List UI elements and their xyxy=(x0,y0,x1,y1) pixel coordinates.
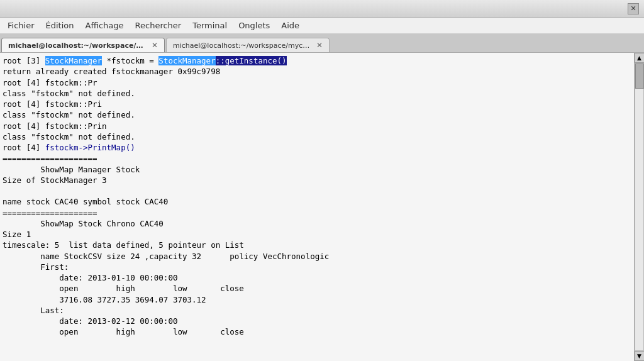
tab-2-label: michael@localhost:~/workspace/mycstock-c… xyxy=(173,42,313,50)
line-4: class "fstockm" not defined. xyxy=(3,89,135,98)
line-12: Size of StockManager 3 xyxy=(3,175,107,185)
line-1: root [3] StockManager *fstockm = StockMa… xyxy=(3,56,287,65)
line-21: open high low close xyxy=(3,284,244,293)
line-11: ShowMap Manager Stock xyxy=(3,165,140,174)
menu-affichage[interactable]: Affichage xyxy=(80,19,128,31)
tab-1-close[interactable]: ✕ xyxy=(152,41,158,50)
highlight-printmap: fstockm->PrintMap() xyxy=(45,143,135,152)
tab-1[interactable]: michael@localhost:~/workspace/mycstock-c… xyxy=(1,38,165,52)
menu-rechercher[interactable]: Rechercher xyxy=(130,19,187,31)
scrollbar[interactable]: ▲ ▼ xyxy=(634,53,644,361)
line-17: timescale: 5 list data defined, 5 pointe… xyxy=(3,240,244,250)
highlight-stockmanager-1: StockManager xyxy=(45,56,102,65)
title-bar: ✕ xyxy=(0,0,644,18)
line-13: name stock CAC40 symbol stock CAC40 xyxy=(3,197,168,206)
line-20: date: 2013-01-10 00:00:00 xyxy=(3,273,177,282)
tab-2-close[interactable]: ✕ xyxy=(316,41,323,50)
line-15: ShowMap Stock Chrono CAC40 xyxy=(3,219,164,228)
scrollbar-down-button[interactable]: ▼ xyxy=(635,351,645,361)
line-8: class "fstockm" not defined. xyxy=(3,132,135,142)
tab-1-label: michael@localhost:~/workspace/mycstock-c… xyxy=(8,42,148,50)
line-3: root [4] fstockm::Pr xyxy=(3,78,97,87)
line-2: return already created fstockmanager 0x9… xyxy=(3,67,220,76)
highlight-stockmanager-2: StockManager xyxy=(158,56,215,65)
terminal-container: root [3] StockManager *fstockm = StockMa… xyxy=(0,53,644,361)
scrollbar-thumb[interactable] xyxy=(635,64,644,89)
tab-2[interactable]: michael@localhost:~/workspace/mycstock-c… xyxy=(166,38,330,52)
menu-terminal[interactable]: Terminal xyxy=(187,19,232,31)
tab-bar: michael@localhost:~/workspace/mycstock-c… xyxy=(0,34,644,53)
line-6: class "fstockm" not defined. xyxy=(3,110,135,119)
line-14: ==================== xyxy=(3,208,97,218)
menu-bar: Fichier Édition Affichage Rechercher Ter… xyxy=(0,18,644,34)
line-7: root [4] fstockm::Prin xyxy=(3,121,107,131)
line-25: open high low close xyxy=(3,327,244,336)
window-close-button[interactable]: ✕ xyxy=(628,3,639,14)
line-9: root [4] fstockm->PrintMap() xyxy=(3,143,135,152)
line-19: First: xyxy=(3,262,69,272)
menu-onglets[interactable]: Onglets xyxy=(233,19,275,31)
line-24: date: 2013-02-12 00:00:00 xyxy=(3,316,177,326)
scrollbar-track[interactable] xyxy=(635,63,644,351)
menu-fichier[interactable]: Fichier xyxy=(3,19,40,31)
highlight-getinstance: ::getInstance() xyxy=(216,56,287,65)
line-10: ==================== xyxy=(3,153,97,163)
terminal-output[interactable]: root [3] StockManager *fstockm = StockMa… xyxy=(0,53,634,361)
scrollbar-up-button[interactable]: ▲ xyxy=(635,53,645,63)
line-23: Last: xyxy=(3,306,64,315)
line-5: root [4] fstockm::Pri xyxy=(3,99,102,109)
line-18: name StockCSV size 24 ,capacity 32 polic… xyxy=(3,252,329,261)
menu-aide[interactable]: Aide xyxy=(276,19,304,31)
menu-edition[interactable]: Édition xyxy=(41,19,79,31)
line-16: Size 1 xyxy=(3,230,31,239)
line-22: 3716.08 3727.35 3694.07 3703.12 xyxy=(3,295,206,304)
